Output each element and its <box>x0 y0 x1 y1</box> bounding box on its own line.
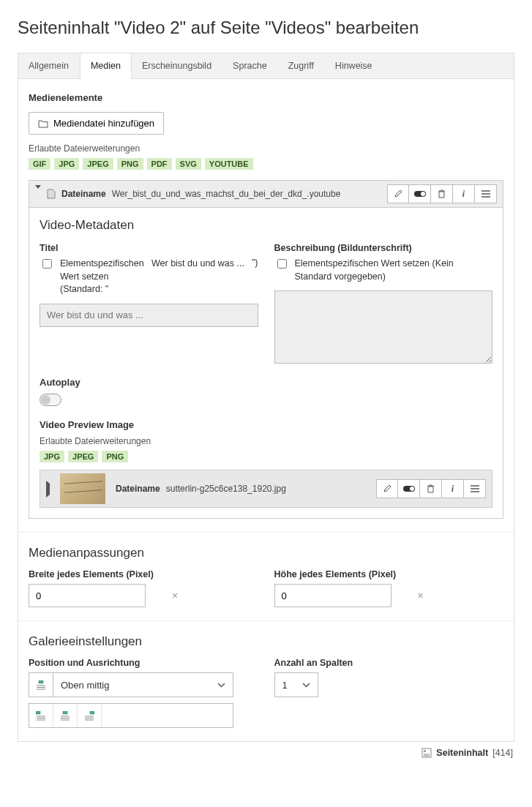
tab-access[interactable]: Zugriff <box>278 53 325 78</box>
description-override-checkbox[interactable] <box>277 259 287 269</box>
ext-tag: JPG <box>40 451 64 462</box>
clear-icon[interactable]: × <box>165 590 184 601</box>
width-label: Breite jedes Elements (Pixel) <box>29 569 258 579</box>
edit-button[interactable] <box>387 184 409 203</box>
preview-image-label: Video Preview Image <box>40 419 492 430</box>
description-override-check[interactable]: Elementspezifischen Wert setzen (Kein St… <box>274 258 493 283</box>
width-field[interactable]: × <box>29 584 146 607</box>
tab-general[interactable]: Allgemein <box>18 53 80 78</box>
width-input[interactable] <box>29 590 165 601</box>
pos-option-top-left[interactable] <box>29 704 53 727</box>
add-media-button[interactable]: Mediendatei hinzufügen <box>29 112 164 135</box>
ext-tag: JPEG <box>83 158 113 170</box>
preview-toolbar: i <box>376 479 486 498</box>
tab-hints[interactable]: Hinweise <box>325 53 383 78</box>
media-adjust-heading: Medienanpassungen <box>29 546 503 560</box>
toggle-visibility-button[interactable] <box>398 479 420 498</box>
menu-button[interactable] <box>464 479 486 498</box>
description-textarea[interactable] <box>274 290 493 364</box>
position-value: Oben mittig <box>61 680 109 691</box>
delete-button[interactable] <box>420 479 442 498</box>
record-footer: Seiteninhalt [414] <box>18 742 514 758</box>
title-default-value: Wer bist du und was ... <box>151 258 244 271</box>
ext-tag: PDF <box>147 158 172 170</box>
gallery-heading: Galerieeinstellungen <box>29 634 503 649</box>
svg-rect-12 <box>63 711 67 714</box>
folder-icon <box>38 119 48 128</box>
video-metadata-heading: Video-Metadaten <box>40 218 492 233</box>
height-label: Höhe jedes Elements (Pixel) <box>274 569 504 579</box>
preview-ext-label: Erlaubte Dateierweiterungen <box>40 436 492 446</box>
columns-select[interactable]: 1 <box>274 672 318 697</box>
media-elements-heading: Medienelemente <box>29 92 503 103</box>
ext-tag: PNG <box>117 158 143 170</box>
menu-button[interactable] <box>475 184 497 203</box>
preview-file-header: Dateiname sutterlin-g25c6ce138_1920.jpg … <box>40 470 492 508</box>
filename-label: Dateiname <box>61 189 106 199</box>
title-close-quote: ") <box>252 258 258 296</box>
title-override-text: Elementspezifischen Wert setzen (Standar… <box>60 258 144 296</box>
footer-label: Seiteninhalt <box>436 748 488 758</box>
edit-button[interactable] <box>376 479 398 498</box>
title-input[interactable] <box>40 304 258 327</box>
svg-point-1 <box>421 192 425 196</box>
position-icon <box>29 672 53 697</box>
delete-button[interactable] <box>431 184 453 203</box>
preview-thumbnail[interactable] <box>60 473 105 504</box>
clear-icon[interactable]: × <box>411 590 430 601</box>
ext-tag: SVG <box>176 158 201 170</box>
info-button[interactable]: i <box>442 479 464 498</box>
svg-point-3 <box>410 487 414 491</box>
svg-rect-4 <box>39 680 43 683</box>
filename-value: Wer_bist_du_und_was_machst_du_bei_der_dk… <box>112 189 341 199</box>
pos-option-top-right[interactable] <box>78 704 102 727</box>
height-input[interactable] <box>275 590 411 601</box>
footer-uid: [414] <box>492 748 513 758</box>
collapse-toggle[interactable] <box>35 189 41 200</box>
ext-tag: YOUTUBE <box>205 158 253 170</box>
position-select[interactable]: Oben mittig <box>29 672 233 697</box>
pos-option-blank <box>102 704 233 727</box>
title-label: Titel <box>40 243 258 253</box>
add-media-label: Mediendatei hinzufügen <box>53 118 154 129</box>
preview-filename-value: sutterlin-g25c6ce138_1920.jpg <box>166 484 286 494</box>
content-type-icon <box>422 748 432 758</box>
chevron-down-icon <box>217 683 225 688</box>
title-override-checkbox[interactable] <box>42 259 52 269</box>
info-button[interactable]: i <box>453 184 475 203</box>
svg-rect-16 <box>90 711 94 714</box>
svg-rect-8 <box>36 711 40 714</box>
page-title: Seiteninhalt "Video 2" auf Seite "Videos… <box>18 18 514 38</box>
expand-toggle[interactable] <box>46 484 50 495</box>
file-toolbar: i <box>387 184 497 203</box>
ext-tag: JPG <box>54 158 79 170</box>
content-panel: Allgemein Medien Erscheinungsbild Sprach… <box>18 53 514 742</box>
title-override-check[interactable]: Elementspezifischen Wert setzen (Standar… <box>40 258 144 296</box>
description-label: Beschreibung (Bildunterschrift) <box>274 243 493 253</box>
media-file-header: Dateiname Wer_bist_du_und_was_machst_du_… <box>29 181 503 208</box>
autoplay-toggle[interactable] <box>40 394 61 406</box>
position-label: Position und Ausrichtung <box>29 658 258 668</box>
tab-bar: Allgemein Medien Erscheinungsbild Sprach… <box>18 53 514 79</box>
ext-tag: GIF <box>29 158 50 170</box>
ext-tag: JPEG <box>68 451 98 462</box>
autoplay-label: Autoplay <box>40 377 492 388</box>
svg-rect-21 <box>424 750 426 752</box>
pos-option-top-center[interactable] <box>53 704 78 727</box>
tab-language[interactable]: Sprache <box>222 53 278 78</box>
position-options-row <box>29 703 233 728</box>
columns-label: Anzahl an Spalten <box>274 658 504 668</box>
allowed-ext-list: GIF JPG JPEG PNG PDF SVG YOUTUBE <box>29 158 503 170</box>
toggle-visibility-button[interactable] <box>409 184 431 203</box>
chevron-down-icon <box>302 683 310 688</box>
preview-filename-label: Dateiname <box>116 484 160 494</box>
columns-value: 1 <box>282 680 288 691</box>
tab-media[interactable]: Medien <box>80 53 132 79</box>
ext-tag: PNG <box>102 451 128 462</box>
height-field[interactable]: × <box>274 584 391 607</box>
allowed-ext-label: Erlaubte Dateierweiterungen <box>29 143 503 154</box>
description-override-text: Elementspezifischen Wert setzen (Kein St… <box>295 258 493 283</box>
preview-ext-list: JPG JPEG PNG <box>40 451 492 462</box>
tab-appearance[interactable]: Erscheinungsbild <box>132 53 222 78</box>
media-file-panel: Dateiname Wer_bist_du_und_was_machst_du_… <box>29 180 503 519</box>
